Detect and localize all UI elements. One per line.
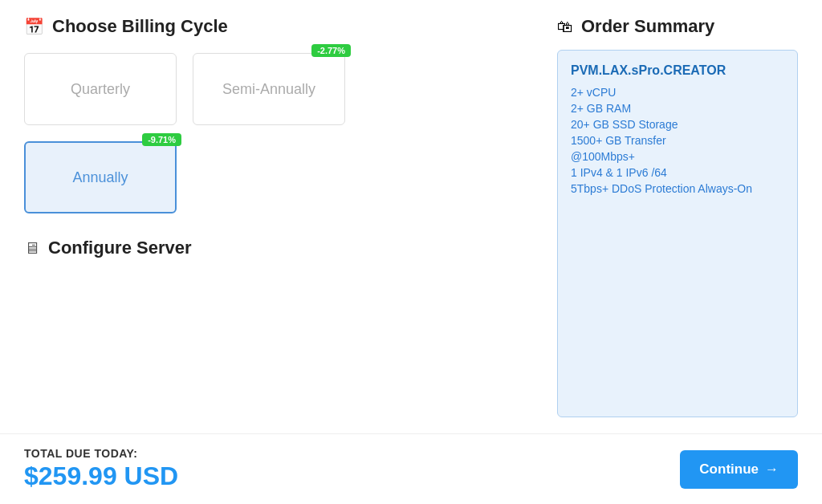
continue-arrow-icon: → <box>765 461 779 478</box>
billing-card-annually-discount: -9.71% <box>142 133 181 146</box>
billing-card-semi-annually[interactable]: -2.77% Semi-Annually <box>193 53 345 125</box>
footer: TOTAL DUE TODAY: $259.99 USD Continue → <box>0 433 822 504</box>
billing-cycle-header: 📅 Choose Billing Cycle <box>24 16 533 37</box>
configure-server-section: 🖥 Configure Server <box>24 238 533 274</box>
feature-ddos: 5Tbps+ DDoS Protection Always-On <box>571 182 784 195</box>
billing-card-semi-annually-label: Semi-Annually <box>222 81 315 98</box>
billing-card-quarterly-label: Quarterly <box>71 81 130 98</box>
billing-card-quarterly[interactable]: Quarterly <box>24 53 177 125</box>
billing-cards-bottom-row: -9.71% Annually <box>24 141 533 213</box>
configure-server-icon: 🖥 <box>24 239 40 258</box>
total-due-amount: $259.99 USD <box>24 461 178 491</box>
billing-cards-top-row: Quarterly -2.77% Semi-Annually <box>24 53 533 125</box>
order-summary-title: Order Summary <box>581 16 714 37</box>
order-card: PVM.LAX.sPro.CREATOR 2+ vCPU 2+ GB RAM 2… <box>557 50 798 417</box>
configure-server-header: 🖥 Configure Server <box>24 238 533 258</box>
order-product-name: PVM.LAX.sPro.CREATOR <box>571 63 784 78</box>
feature-speed: @100Mbps+ <box>571 150 784 163</box>
feature-ip: 1 IPv4 & 1 IPv6 /64 <box>571 166 784 179</box>
order-summary-icon: 🛍 <box>557 18 573 36</box>
total-due-section: TOTAL DUE TODAY: $259.99 USD <box>24 447 178 491</box>
feature-ram: 2+ GB RAM <box>571 102 784 115</box>
order-summary-header: 🛍 Order Summary <box>557 16 798 37</box>
billing-card-annually[interactable]: -9.71% Annually <box>24 141 177 213</box>
feature-storage: 20+ GB SSD Storage <box>571 118 784 131</box>
total-due-label: TOTAL DUE TODAY: <box>24 447 178 460</box>
configure-server-title: Configure Server <box>48 238 192 258</box>
feature-transfer: 1500+ GB Transfer <box>571 134 784 147</box>
billing-cycle-icon: 📅 <box>24 17 44 36</box>
billing-card-semi-annually-discount: -2.77% <box>311 44 351 57</box>
order-features-list: 2+ vCPU 2+ GB RAM 20+ GB SSD Storage 150… <box>571 86 784 195</box>
billing-cycle-title: Choose Billing Cycle <box>52 16 228 37</box>
feature-vcpu: 2+ vCPU <box>571 86 784 99</box>
continue-button[interactable]: Continue → <box>680 450 798 489</box>
billing-card-annually-label: Annually <box>72 169 128 186</box>
continue-button-label: Continue <box>699 461 759 478</box>
